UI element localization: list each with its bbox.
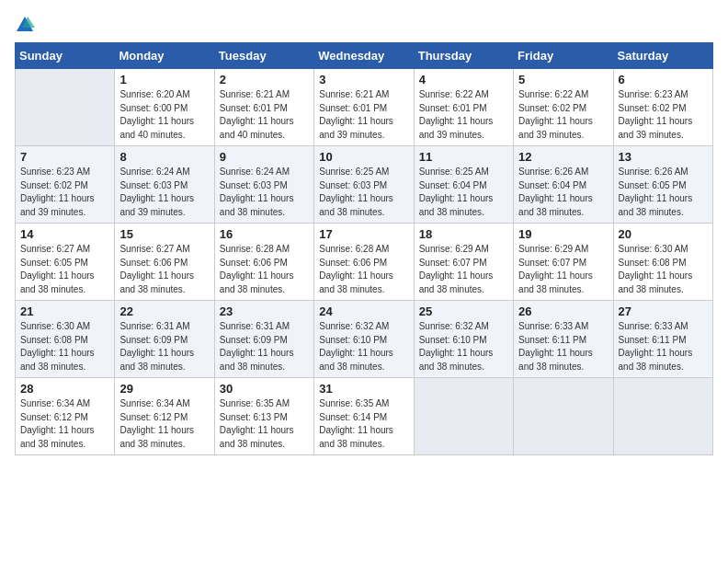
day-info: Sunrise: 6:35 AM Sunset: 6:13 PM Dayligh… <box>220 397 309 451</box>
calendar-week-row: 28Sunrise: 6:34 AM Sunset: 6:12 PM Dayli… <box>16 378 713 455</box>
calendar-cell: 13Sunrise: 6:26 AM Sunset: 6:05 PM Dayli… <box>613 146 712 224</box>
day-info: Sunrise: 6:25 AM Sunset: 6:04 PM Dayligh… <box>419 166 508 219</box>
day-info: Sunrise: 6:32 AM Sunset: 6:10 PM Dayligh… <box>319 320 408 373</box>
day-number: 18 <box>419 227 508 241</box>
day-info: Sunrise: 6:25 AM Sunset: 6:03 PM Dayligh… <box>319 166 408 219</box>
day-info: Sunrise: 6:26 AM Sunset: 6:04 PM Dayligh… <box>518 166 608 219</box>
day-number: 28 <box>20 382 109 396</box>
logo-icon <box>15 15 35 35</box>
calendar-cell: 25Sunrise: 6:32 AM Sunset: 6:10 PM Dayli… <box>414 301 513 378</box>
day-info: Sunrise: 6:20 AM Sunset: 6:00 PM Dayligh… <box>119 88 209 142</box>
day-info: Sunrise: 6:23 AM Sunset: 6:02 PM Dayligh… <box>20 166 109 219</box>
day-number: 12 <box>518 150 608 164</box>
day-number: 31 <box>319 382 408 396</box>
calendar-cell: 2Sunrise: 6:21 AM Sunset: 6:01 PM Daylig… <box>214 69 313 146</box>
day-info: Sunrise: 6:29 AM Sunset: 6:07 PM Dayligh… <box>518 243 608 296</box>
calendar-cell: 24Sunrise: 6:32 AM Sunset: 6:10 PM Dayli… <box>314 301 414 378</box>
calendar-cell: 22Sunrise: 6:31 AM Sunset: 6:09 PM Dayli… <box>115 301 214 378</box>
calendar-cell: 10Sunrise: 6:25 AM Sunset: 6:03 PM Dayli… <box>314 146 414 224</box>
page-header <box>15 15 713 35</box>
day-number: 23 <box>220 304 309 318</box>
calendar-cell: 28Sunrise: 6:34 AM Sunset: 6:12 PM Dayli… <box>16 378 115 455</box>
calendar-cell <box>16 69 115 146</box>
calendar-cell: 18Sunrise: 6:29 AM Sunset: 6:07 PM Dayli… <box>414 224 513 301</box>
calendar-cell: 12Sunrise: 6:26 AM Sunset: 6:04 PM Dayli… <box>514 146 613 224</box>
column-header-wednesday: Wednesday <box>314 43 414 69</box>
day-number: 2 <box>220 73 309 86</box>
day-info: Sunrise: 6:22 AM Sunset: 6:02 PM Dayligh… <box>518 88 608 142</box>
calendar-week-row: 21Sunrise: 6:30 AM Sunset: 6:08 PM Dayli… <box>16 301 713 378</box>
title-section <box>38 15 713 17</box>
calendar-cell: 4Sunrise: 6:22 AM Sunset: 6:01 PM Daylig… <box>414 69 513 146</box>
calendar-cell: 3Sunrise: 6:21 AM Sunset: 6:01 PM Daylig… <box>314 69 414 146</box>
calendar-cell: 23Sunrise: 6:31 AM Sunset: 6:09 PM Dayli… <box>214 301 313 378</box>
day-number: 8 <box>119 150 209 164</box>
day-info: Sunrise: 6:28 AM Sunset: 6:06 PM Dayligh… <box>220 243 309 296</box>
calendar-cell: 11Sunrise: 6:25 AM Sunset: 6:04 PM Dayli… <box>414 146 513 224</box>
day-number: 13 <box>619 150 708 164</box>
day-info: Sunrise: 6:27 AM Sunset: 6:05 PM Dayligh… <box>20 243 109 296</box>
day-number: 11 <box>419 150 508 164</box>
day-info: Sunrise: 6:31 AM Sunset: 6:09 PM Dayligh… <box>220 320 309 373</box>
calendar-cell: 15Sunrise: 6:27 AM Sunset: 6:06 PM Dayli… <box>115 224 214 301</box>
calendar-cell: 17Sunrise: 6:28 AM Sunset: 6:06 PM Dayli… <box>314 224 414 301</box>
calendar-week-row: 14Sunrise: 6:27 AM Sunset: 6:05 PM Dayli… <box>16 224 713 301</box>
column-header-friday: Friday <box>514 43 613 69</box>
day-number: 20 <box>619 227 708 241</box>
day-info: Sunrise: 6:27 AM Sunset: 6:06 PM Dayligh… <box>119 243 209 296</box>
day-number: 26 <box>518 304 608 318</box>
day-number: 15 <box>119 227 209 241</box>
day-number: 5 <box>518 73 608 86</box>
calendar-cell: 16Sunrise: 6:28 AM Sunset: 6:06 PM Dayli… <box>214 224 313 301</box>
calendar-cell: 1Sunrise: 6:20 AM Sunset: 6:00 PM Daylig… <box>115 69 214 146</box>
calendar-cell <box>613 378 712 455</box>
day-number: 7 <box>20 150 109 164</box>
calendar-cell: 6Sunrise: 6:23 AM Sunset: 6:02 PM Daylig… <box>613 69 712 146</box>
day-info: Sunrise: 6:23 AM Sunset: 6:02 PM Dayligh… <box>619 88 708 142</box>
day-info: Sunrise: 6:28 AM Sunset: 6:06 PM Dayligh… <box>319 243 408 296</box>
day-info: Sunrise: 6:32 AM Sunset: 6:10 PM Dayligh… <box>419 320 508 373</box>
calendar-header-row: SundayMondayTuesdayWednesdayThursdayFrid… <box>16 43 713 69</box>
calendar-cell: 14Sunrise: 6:27 AM Sunset: 6:05 PM Dayli… <box>16 224 115 301</box>
day-info: Sunrise: 6:24 AM Sunset: 6:03 PM Dayligh… <box>220 166 309 219</box>
day-number: 19 <box>518 227 608 241</box>
day-info: Sunrise: 6:26 AM Sunset: 6:05 PM Dayligh… <box>619 166 708 219</box>
calendar-cell <box>414 378 513 455</box>
day-info: Sunrise: 6:34 AM Sunset: 6:12 PM Dayligh… <box>20 397 109 451</box>
day-number: 6 <box>619 73 708 86</box>
day-number: 30 <box>220 382 309 396</box>
day-info: Sunrise: 6:30 AM Sunset: 6:08 PM Dayligh… <box>619 243 708 296</box>
calendar-cell: 9Sunrise: 6:24 AM Sunset: 6:03 PM Daylig… <box>214 146 313 224</box>
calendar-cell: 7Sunrise: 6:23 AM Sunset: 6:02 PM Daylig… <box>16 146 115 224</box>
day-number: 9 <box>220 150 309 164</box>
column-header-monday: Monday <box>115 43 214 69</box>
day-info: Sunrise: 6:24 AM Sunset: 6:03 PM Dayligh… <box>119 166 209 219</box>
calendar-table: SundayMondayTuesdayWednesdayThursdayFrid… <box>15 42 713 455</box>
day-number: 16 <box>220 227 309 241</box>
day-info: Sunrise: 6:33 AM Sunset: 6:11 PM Dayligh… <box>518 320 608 373</box>
day-info: Sunrise: 6:21 AM Sunset: 6:01 PM Dayligh… <box>220 88 309 142</box>
day-number: 27 <box>619 304 708 318</box>
day-number: 22 <box>119 304 209 318</box>
day-info: Sunrise: 6:22 AM Sunset: 6:01 PM Dayligh… <box>419 88 508 142</box>
calendar-cell: 8Sunrise: 6:24 AM Sunset: 6:03 PM Daylig… <box>115 146 214 224</box>
day-number: 14 <box>20 227 109 241</box>
day-info: Sunrise: 6:34 AM Sunset: 6:12 PM Dayligh… <box>119 397 209 451</box>
calendar-week-row: 1Sunrise: 6:20 AM Sunset: 6:00 PM Daylig… <box>16 69 713 146</box>
day-number: 4 <box>419 73 508 86</box>
calendar-cell: 29Sunrise: 6:34 AM Sunset: 6:12 PM Dayli… <box>115 378 214 455</box>
day-info: Sunrise: 6:30 AM Sunset: 6:08 PM Dayligh… <box>20 320 109 373</box>
column-header-tuesday: Tuesday <box>214 43 313 69</box>
day-number: 1 <box>119 73 209 86</box>
day-info: Sunrise: 6:21 AM Sunset: 6:01 PM Dayligh… <box>319 88 408 142</box>
calendar-cell: 31Sunrise: 6:35 AM Sunset: 6:14 PM Dayli… <box>314 378 414 455</box>
day-number: 17 <box>319 227 408 241</box>
day-number: 24 <box>319 304 408 318</box>
day-number: 3 <box>319 73 408 86</box>
calendar-cell: 5Sunrise: 6:22 AM Sunset: 6:02 PM Daylig… <box>514 69 613 146</box>
day-info: Sunrise: 6:29 AM Sunset: 6:07 PM Dayligh… <box>419 243 508 296</box>
day-info: Sunrise: 6:33 AM Sunset: 6:11 PM Dayligh… <box>619 320 708 373</box>
day-number: 29 <box>119 382 209 396</box>
logo <box>15 15 38 35</box>
day-number: 21 <box>20 304 109 318</box>
